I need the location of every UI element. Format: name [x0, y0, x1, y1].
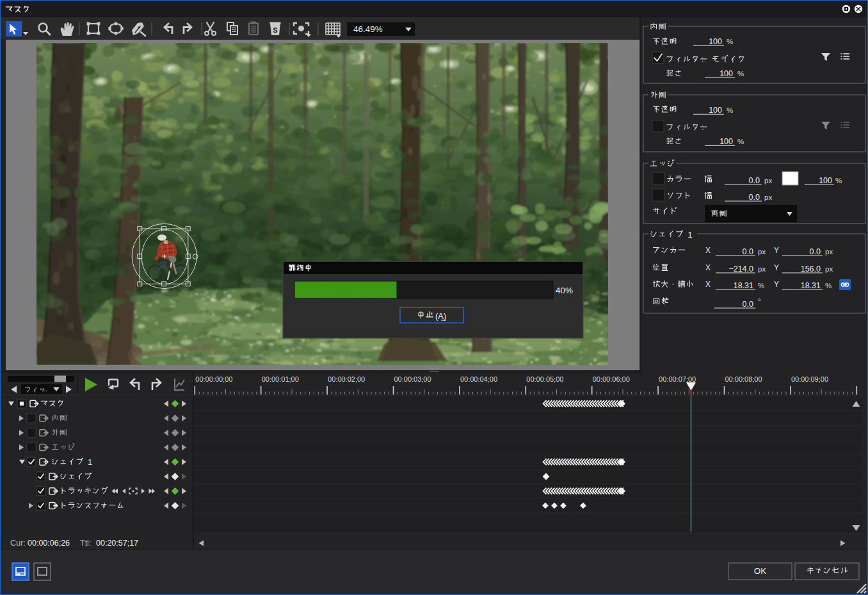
svg-text:px: px [764, 193, 772, 201]
svg-text:%: % [727, 38, 733, 45]
svg-text:00:00:02;00: 00:00:02;00 [328, 375, 365, 383]
svg-text:18.31: 18.31 [801, 281, 821, 290]
svg-text:%: % [737, 70, 744, 77]
svg-text:0.0: 0.0 [743, 247, 753, 256]
svg-text:(A): (A) [435, 311, 446, 321]
svg-text:0.0: 0.0 [810, 247, 821, 256]
svg-text:00:00:01;00: 00:00:01;00 [262, 375, 299, 383]
svg-text:Y: Y [774, 280, 779, 289]
svg-text:px: px [758, 265, 766, 273]
svg-text:px: px [825, 265, 833, 273]
svg-text:X: X [705, 263, 711, 272]
svg-text:100: 100 [719, 137, 733, 146]
svg-text:Y: Y [774, 263, 779, 272]
svg-text:%: % [835, 177, 842, 184]
svg-text:X: X [705, 280, 711, 289]
svg-text:100: 100 [719, 69, 733, 78]
svg-text:40%: 40% [556, 286, 573, 295]
svg-text::: : [702, 55, 703, 64]
svg-text:156.0: 156.0 [801, 265, 821, 273]
svg-text:%: % [825, 282, 832, 289]
svg-text:px: px [825, 248, 833, 256]
svg-text:00:00:06;00: 00:00:06;00 [593, 375, 630, 383]
svg-text:px: px [758, 248, 766, 256]
svg-text:100: 100 [709, 37, 722, 46]
svg-text:1: 1 [88, 457, 92, 467]
svg-text:0.0: 0.0 [749, 176, 760, 185]
svg-text:0.0: 0.0 [749, 193, 760, 202]
svg-text:Cur:: Cur: [10, 539, 26, 548]
svg-text:S: S [273, 26, 277, 34]
svg-text:−214.0: −214.0 [728, 265, 753, 273]
svg-text:0.0: 0.0 [743, 300, 753, 309]
svg-text:X: X [705, 246, 711, 255]
svg-text:1: 1 [687, 230, 693, 240]
svg-text:00:00:06;26: 00:00:06;26 [28, 539, 70, 548]
svg-text:00:00:03;00: 00:00:03;00 [394, 375, 431, 383]
svg-text:00:00:04;00: 00:00:04;00 [460, 375, 497, 383]
svg-text:OK: OK [754, 566, 767, 576]
svg-text:00:00:07;00: 00:00:07;00 [659, 375, 696, 383]
svg-text:100: 100 [709, 106, 722, 115]
svg-text:%: % [758, 282, 764, 289]
svg-text:00:20:57;17: 00:20:57;17 [96, 539, 138, 548]
svg-text:00:00:08;00: 00:00:08;00 [725, 375, 762, 383]
svg-text:%: % [737, 138, 744, 145]
svg-text:...: ... [42, 386, 47, 393]
svg-text:100: 100 [819, 176, 832, 185]
svg-text:%: % [727, 106, 733, 114]
svg-text:00:00:00;00: 00:00:00;00 [195, 375, 232, 383]
svg-text:00:00:09;00: 00:00:09;00 [791, 375, 828, 383]
svg-text:°: ° [758, 297, 761, 306]
svg-text:Ttl:: Ttl: [80, 539, 91, 548]
svg-text:Y: Y [774, 246, 779, 255]
svg-text::: : [702, 123, 703, 132]
svg-text:00:00:05;00: 00:00:05;00 [526, 375, 563, 383]
svg-text:px: px [764, 177, 772, 184]
svg-text:46.49%: 46.49% [353, 24, 383, 34]
svg-text:18.31: 18.31 [734, 281, 753, 290]
